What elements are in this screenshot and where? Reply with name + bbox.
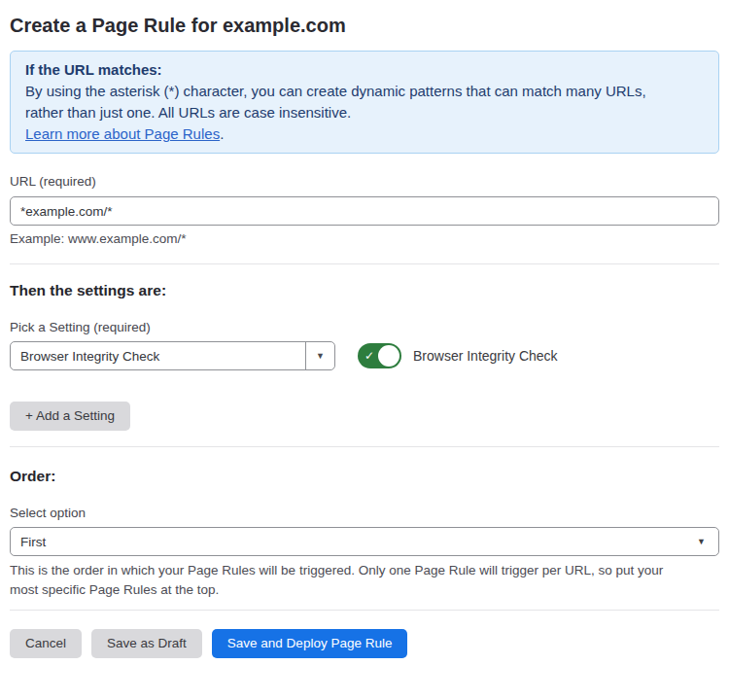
info-heading: If the URL matches: — [25, 59, 704, 81]
check-icon: ✓ — [364, 350, 374, 362]
toggle-knob — [378, 345, 399, 367]
setting-picker-value: Browser Integrity Check — [11, 342, 305, 369]
info-body-line-2: rather than just one. All URLs are case … — [25, 102, 704, 123]
footer-divider — [10, 610, 719, 611]
learn-more-link[interactable]: Learn more about Page Rules — [25, 125, 220, 142]
settings-heading: Then the settings are: — [10, 281, 719, 299]
cancel-button[interactable]: Cancel — [10, 629, 82, 658]
order-helper-line-2: most specific Page Rules at the top. — [10, 580, 719, 600]
url-input[interactable] — [10, 196, 719, 226]
url-label: URL (required) — [10, 174, 719, 190]
browser-integrity-toggle[interactable]: ✓ — [358, 343, 401, 368]
save-deploy-button[interactable]: Save and Deploy Page Rule — [212, 629, 408, 658]
order-helper-line-1: This is the order in which your Page Rul… — [10, 561, 719, 580]
toggle-label: Browser Integrity Check — [413, 348, 558, 364]
order-heading: Order: — [10, 467, 719, 485]
info-link-line: Learn more about Page Rules. — [25, 123, 704, 145]
save-draft-button[interactable]: Save as Draft — [91, 629, 202, 658]
url-example-helper: Example: www.example.com/* — [10, 231, 719, 247]
setting-picker-dropdown[interactable]: Browser Integrity Check ▼ — [10, 341, 335, 370]
setting-row: Browser Integrity Check ▼ ✓ Browser Inte… — [10, 341, 719, 370]
setting-picker-label: Pick a Setting (required) — [10, 320, 719, 335]
page-rule-form: Create a Page Rule for example.com If th… — [0, 0, 729, 658]
page-title: Create a Page Rule for example.com — [10, 14, 719, 37]
order-helper: This is the order in which your Page Rul… — [10, 561, 719, 600]
dropdown-arrow-icon[interactable]: ▼ — [305, 342, 334, 369]
order-select-value: First — [20, 535, 46, 549]
section-divider — [10, 446, 719, 447]
add-setting-button[interactable]: + Add a Setting — [10, 402, 130, 431]
section-divider — [10, 263, 719, 264]
select-arrow-icon: ▼ — [697, 537, 706, 546]
order-select-label: Select option — [10, 506, 719, 521]
footer-buttons: Cancel Save as Draft Save and Deploy Pag… — [10, 629, 719, 658]
info-body-line-1: By using the asterisk (*) character, you… — [25, 81, 704, 102]
order-select[interactable]: First ▼ — [10, 527, 719, 556]
url-match-info-box: If the URL matches: By using the asteris… — [10, 51, 719, 154]
link-suffix: . — [220, 125, 224, 142]
